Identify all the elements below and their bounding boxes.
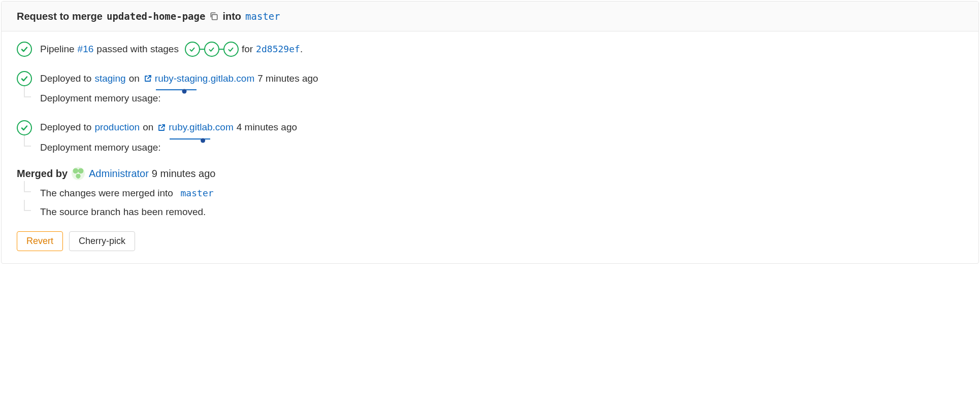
success-icon: [17, 120, 32, 135]
copy-branch-icon[interactable]: [205, 12, 222, 21]
svg-point-2: [182, 89, 186, 94]
stage-connector: [200, 49, 204, 50]
stage-icon[interactable]: [185, 42, 200, 57]
deployment-row: Deployed to production on ruby.gitlab.co…: [17, 120, 963, 135]
merged-target-branch[interactable]: master: [181, 188, 214, 198]
deployed-to-label: Deployed to: [40, 120, 91, 135]
commit-sha-link[interactable]: 2d8529ef: [256, 44, 300, 54]
svg-rect-0: [212, 15, 217, 20]
on-label: on: [129, 72, 140, 86]
deployment-time: 4 minutes ago: [237, 120, 297, 135]
source-removed-text: The source branch has been removed.: [40, 203, 206, 220]
pipeline-label: Pipeline: [40, 42, 75, 57]
environment-link[interactable]: production: [94, 120, 140, 135]
pipeline-id-link[interactable]: #16: [78, 42, 94, 57]
merged-by-label: Merged by: [17, 166, 68, 181]
external-link-icon[interactable]: [144, 75, 152, 83]
cherry-pick-button[interactable]: Cherry-pick: [69, 231, 135, 251]
merged-into-row: The changes were merged into master: [20, 184, 963, 201]
merged-time: 9 minutes ago: [152, 166, 216, 181]
deployed-to-label: Deployed to: [40, 72, 91, 86]
into-label: into: [222, 9, 241, 24]
period: .: [300, 44, 303, 54]
user-avatar[interactable]: [72, 167, 85, 180]
request-to-merge-label: Request to merge: [17, 9, 103, 24]
merge-request-header: Request to merge updated-home-page into …: [2, 2, 978, 31]
merged-by-row: Merged by Administrator 9 minutes ago: [17, 166, 963, 181]
merged-by-user[interactable]: Administrator: [89, 166, 149, 181]
deployment-url-link[interactable]: ruby.gitlab.com: [169, 120, 233, 135]
pipeline-status-row: Pipeline #16 passed with stages for 2d85…: [17, 42, 963, 57]
stage-icon[interactable]: [223, 42, 239, 57]
revert-button[interactable]: Revert: [17, 231, 63, 251]
tree-connector-icon: [20, 203, 31, 220]
deployment-row: Deployed to staging on ruby-staging.gitl…: [17, 71, 963, 86]
external-link-icon[interactable]: [157, 124, 166, 132]
target-branch[interactable]: master: [245, 9, 280, 24]
source-branch[interactable]: updated-home-page: [107, 9, 205, 24]
success-icon: [17, 71, 32, 86]
merge-request-body: Pipeline #16 passed with stages for 2d85…: [2, 31, 978, 263]
pipeline-stages: [185, 42, 239, 57]
changes-merged-text: The changes were merged into: [40, 188, 173, 198]
success-icon: [17, 42, 32, 57]
tree-connector-icon: [20, 138, 31, 155]
merge-actions: Revert Cherry-pick: [17, 231, 963, 251]
stage-connector: [219, 49, 223, 50]
tree-connector-icon: [20, 89, 31, 106]
deployment-url-link[interactable]: ruby-staging.gitlab.com: [155, 72, 254, 86]
svg-point-4: [201, 138, 205, 143]
sparkline-icon: [169, 137, 211, 143]
pipeline-for-text: for: [242, 42, 253, 57]
stage-icon[interactable]: [204, 42, 219, 57]
tree-connector-icon: [20, 184, 31, 201]
source-removed-row: The source branch has been removed.: [20, 203, 963, 220]
merge-request-widget: Request to merge updated-home-page into …: [1, 1, 979, 264]
memory-usage-label: Deployment memory usage:: [40, 138, 161, 155]
memory-usage-label: Deployment memory usage:: [40, 89, 161, 106]
on-label: on: [143, 120, 153, 135]
pipeline-passed-text: passed with stages: [96, 42, 179, 57]
environment-link[interactable]: staging: [94, 72, 125, 86]
memory-usage-row: Deployment memory usage:: [20, 138, 963, 155]
sparkline-icon: [155, 88, 198, 94]
deployment-time: 7 minutes ago: [257, 72, 318, 86]
